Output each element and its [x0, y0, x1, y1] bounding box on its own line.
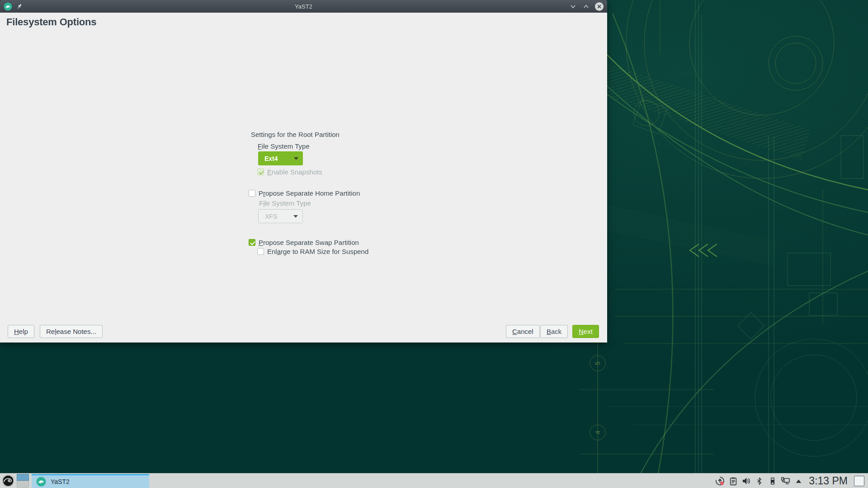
home-fs-type-label: File System Type — [259, 199, 311, 207]
opensuse-geeko-icon — [2, 474, 14, 487]
system-tray — [715, 474, 803, 488]
release-notes-button[interactable]: Release Notes... — [40, 325, 103, 338]
home-partition-checkbox-row[interactable]: Propose Separate Home Partition — [249, 189, 360, 197]
chevron-down-icon — [293, 215, 298, 218]
application-launcher-button[interactable] — [0, 474, 16, 488]
swap-partition-checkbox-row[interactable]: Propose Separate Swap Partition — [249, 239, 359, 246]
yast2-window: YaST2 Filesystem Options Settings for th… — [0, 0, 607, 343]
taskbar: YaST2 — [0, 473, 868, 488]
virtual-desktop-pager[interactable] — [17, 474, 29, 488]
software-updates-icon[interactable] — [715, 476, 725, 486]
wallpaper-grid-label-4: 4 — [594, 431, 601, 434]
digital-clock[interactable]: 3:13 PM — [809, 474, 848, 488]
back-button[interactable]: Back — [540, 325, 568, 338]
titlebar[interactable]: YaST2 — [0, 0, 607, 13]
maximize-button[interactable] — [581, 1, 591, 11]
removable-device-icon[interactable] — [768, 476, 777, 486]
show-desktop-button[interactable] — [854, 476, 864, 486]
volume-icon[interactable] — [741, 476, 751, 486]
swap-partition-label: Propose Separate Swap Partition — [259, 239, 359, 246]
chevron-down-icon — [294, 157, 298, 160]
clipboard-icon[interactable] — [728, 476, 738, 486]
home-partition-checkbox[interactable] — [249, 190, 255, 197]
bluetooth-icon[interactable] — [755, 476, 764, 486]
app-menu-geeko-icon[interactable] — [4, 2, 12, 11]
tray-expand-caret-icon[interactable] — [794, 476, 803, 486]
home-fs-type-select[interactable]: XFS — [258, 209, 303, 223]
minimize-button[interactable] — [568, 1, 578, 11]
cancel-button[interactable]: Cancel — [506, 325, 540, 338]
enable-snapshots-checkbox[interactable] — [257, 169, 264, 175]
swap-partition-checkbox[interactable] — [249, 239, 255, 246]
root-fs-type-select[interactable]: Ext4 — [258, 151, 303, 165]
enable-snapshots-label: Enable Snapshots — [267, 168, 322, 176]
enlarge-ram-checkbox[interactable] — [257, 248, 264, 255]
wallpaper-grid-label-5: 5 — [594, 361, 601, 365]
enable-snapshots-checkbox-row[interactable]: Enable Snapshots — [257, 168, 322, 176]
page-title: Filesystem Options — [6, 16, 96, 28]
pager-desktop-1[interactable] — [17, 474, 29, 481]
task-button-yast2[interactable]: YaST2 — [32, 474, 149, 488]
home-fs-type-value: XFS — [259, 213, 277, 220]
window-body: Filesystem Options Settings for the Root… — [0, 13, 607, 343]
task-button-label: YaST2 — [51, 478, 70, 485]
root-fs-type-label: File System Type — [258, 142, 310, 150]
next-button[interactable]: Next — [572, 325, 599, 338]
window-title: YaST2 — [0, 3, 607, 10]
enlarge-ram-checkbox-row[interactable]: Enlarge to RAM Size for Suspend — [257, 248, 368, 255]
close-button[interactable] — [594, 1, 604, 11]
pager-desktop-2[interactable] — [17, 481, 29, 488]
root-fs-type-value: Ext4 — [258, 155, 278, 162]
display-connect-icon[interactable] — [781, 476, 790, 486]
root-partition-group-label: Settings for the Root Partition — [251, 131, 340, 138]
yast2-geeko-icon — [36, 477, 46, 487]
home-partition-label: Propose Separate Home Partition — [259, 189, 360, 197]
pin-icon[interactable] — [16, 3, 23, 10]
help-button[interactable]: Help — [8, 325, 34, 338]
enlarge-ram-label: Enlarge to RAM Size for Suspend — [267, 248, 368, 255]
